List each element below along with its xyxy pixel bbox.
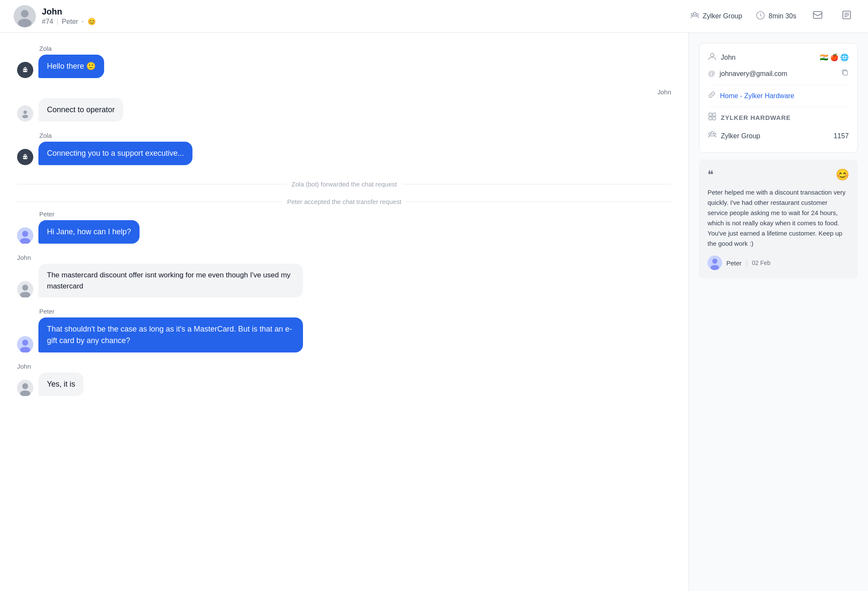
sender-john-2: John bbox=[17, 254, 671, 261]
svg-point-15 bbox=[23, 157, 25, 158]
user-avatar-john-3 bbox=[17, 380, 33, 396]
flag-icons: 🇮🇳 🍎 🌐 bbox=[820, 53, 849, 61]
at-icon: @ bbox=[708, 70, 715, 78]
email-label: johnavery@gmail.com bbox=[719, 70, 837, 78]
agent-avatar-peter-2 bbox=[17, 336, 33, 352]
header-left: John #74 | Peter • 😊 bbox=[14, 5, 690, 27]
link-row: Home - Zylker Hardware bbox=[708, 84, 849, 107]
page-link[interactable]: Home - Zylker Hardware bbox=[720, 92, 794, 100]
dot-separator: • bbox=[82, 18, 84, 26]
svg-rect-30 bbox=[843, 71, 848, 75]
notes-button[interactable] bbox=[839, 7, 854, 25]
svg-point-13 bbox=[22, 115, 28, 118]
sender-peter-1: Peter bbox=[39, 210, 671, 218]
review-emoji: 😊 bbox=[836, 168, 849, 181]
user-avatar-john-2 bbox=[17, 281, 33, 297]
bubble-connect: Connect to operator bbox=[38, 98, 123, 122]
sender-zola-1: Zola bbox=[39, 45, 671, 52]
group-count: 1157 bbox=[833, 132, 849, 140]
svg-point-3 bbox=[693, 12, 696, 15]
message-row-john-2: The mastercard discount offer isnt worki… bbox=[17, 264, 671, 297]
svg-point-4 bbox=[691, 13, 693, 15]
svg-point-18 bbox=[22, 231, 28, 237]
separator: | bbox=[57, 18, 58, 26]
mail-button[interactable] bbox=[810, 7, 825, 25]
svg-point-10 bbox=[23, 70, 25, 71]
bubble-connecting: Connecting you to a support executive... bbox=[38, 142, 192, 165]
review-agent-avatar bbox=[708, 256, 722, 270]
message-row-john-3: Yes, it is bbox=[17, 373, 671, 396]
name-row: John 🇮🇳 🍎 🌐 bbox=[708, 52, 849, 63]
message-group-peter-2: Peter That shouldn't be the case as long… bbox=[17, 308, 671, 352]
header: John #74 | Peter • 😊 Zylker Group bbox=[0, 0, 868, 33]
link-icon bbox=[708, 91, 716, 101]
bot-avatar-1 bbox=[17, 62, 33, 78]
svg-rect-33 bbox=[709, 117, 712, 120]
svg-point-1 bbox=[21, 10, 29, 17]
user-name-label: John bbox=[721, 54, 816, 61]
dept-icon bbox=[708, 112, 717, 123]
svg-point-27 bbox=[22, 383, 28, 389]
review-text: Peter helped me with a discount transact… bbox=[708, 187, 849, 249]
review-card: ❝ 😊 Peter helped me with a discount tran… bbox=[699, 160, 858, 279]
review-separator: | bbox=[746, 259, 748, 267]
main-layout: Zola Hello there 🙂 John bbox=[0, 33, 868, 591]
svg-point-21 bbox=[22, 285, 28, 291]
group-name: Zylker Group bbox=[703, 12, 742, 20]
chat-area: Zola Hello there 🙂 John bbox=[0, 33, 689, 591]
quote-icon: ❝ bbox=[708, 168, 714, 181]
message-row-3: Connecting you to a support executive... bbox=[17, 142, 671, 165]
timer-value: 8min 30s bbox=[769, 12, 796, 20]
system-msg-1: Zola (bot) forwarded the chat request bbox=[17, 181, 671, 188]
header-emoji: 😊 bbox=[87, 17, 96, 26]
svg-point-11 bbox=[26, 70, 27, 71]
svg-point-39 bbox=[712, 259, 717, 264]
svg-point-24 bbox=[22, 340, 28, 346]
message-row-peter-2: That shouldn't be the case as long as it… bbox=[17, 317, 671, 352]
svg-point-37 bbox=[714, 133, 716, 135]
copy-email-button[interactable] bbox=[841, 69, 849, 79]
svg-point-2 bbox=[18, 19, 32, 27]
sender-peter-2: Peter bbox=[39, 308, 671, 315]
group-info: Zylker Group bbox=[690, 11, 742, 22]
svg-point-29 bbox=[711, 53, 714, 57]
dept-row: ZYLKER HARDWARE bbox=[708, 107, 849, 128]
icon-chrome: 🌐 bbox=[840, 53, 849, 61]
bubble-yes: Yes, it is bbox=[38, 373, 84, 396]
review-date: 02 Feb bbox=[752, 259, 771, 266]
user-avatar bbox=[14, 5, 36, 27]
sender-john-3: John bbox=[17, 363, 671, 370]
svg-point-5 bbox=[696, 13, 698, 15]
bubble-peter-2: That shouldn't be the case as long as it… bbox=[38, 317, 303, 352]
email-row: @ johnavery@gmail.com bbox=[708, 69, 849, 79]
clock-icon bbox=[756, 11, 765, 22]
bot-avatar-2 bbox=[17, 149, 33, 165]
system-msg-1-text: Zola (bot) forwarded the chat request bbox=[291, 181, 397, 188]
svg-rect-32 bbox=[713, 113, 716, 116]
bubble-mastercard: The mastercard discount offer isnt worki… bbox=[38, 264, 303, 297]
message-row-peter-1: Hi Jane, how can I help? bbox=[17, 220, 671, 244]
message-group-3: Zola Connecting you to a support executi… bbox=[17, 132, 671, 165]
icon-mac: 🍎 bbox=[830, 53, 839, 61]
review-header: ❝ 😊 bbox=[708, 168, 849, 181]
flag-india: 🇮🇳 bbox=[820, 53, 828, 61]
user-info-card: John 🇮🇳 🍎 🌐 @ johnavery@gmail.com bbox=[699, 43, 858, 153]
dept-name: ZYLKER HARDWARE bbox=[721, 114, 849, 121]
svg-point-16 bbox=[26, 157, 27, 158]
message-group-peter-1: Peter Hi Jane, how can I help? bbox=[17, 210, 671, 244]
group-sub-name: Zylker Group bbox=[721, 132, 829, 140]
svg-rect-7 bbox=[813, 12, 822, 18]
review-agent-name: Peter bbox=[726, 259, 742, 267]
system-msg-2: Peter accepted the chat transfer request bbox=[17, 198, 671, 205]
person-icon bbox=[708, 52, 717, 63]
ticket-number: #74 bbox=[42, 18, 53, 26]
group-sub-row: Zylker Group 1157 bbox=[708, 128, 849, 144]
group-sub-icon bbox=[708, 131, 717, 141]
message-group-2: John Connect to operator bbox=[17, 88, 671, 122]
message-group-1: Zola Hello there 🙂 bbox=[17, 45, 671, 78]
bubble-hello: Hello there 🙂 bbox=[38, 55, 104, 78]
group-icon bbox=[690, 11, 699, 22]
system-msg-2-text: Peter accepted the chat transfer request bbox=[287, 198, 402, 205]
svg-point-35 bbox=[711, 131, 714, 134]
svg-point-36 bbox=[709, 133, 711, 135]
